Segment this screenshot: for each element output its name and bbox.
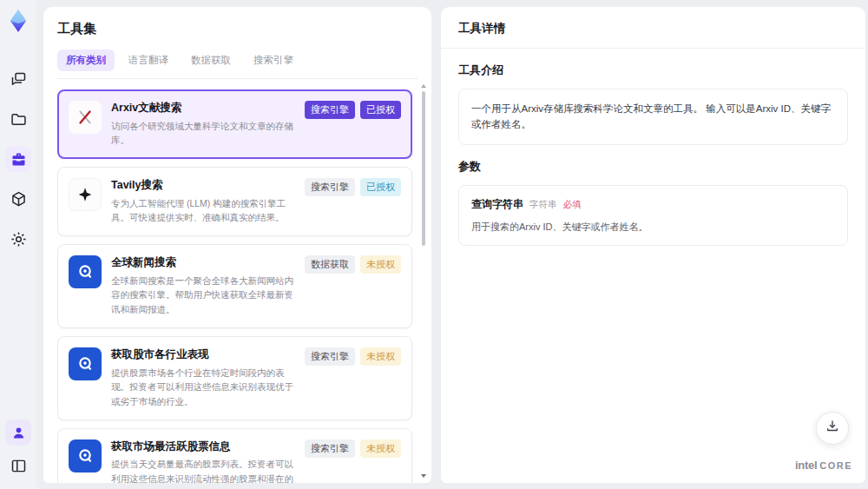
tab-language-translation[interactable]: 语言翻译 (120, 50, 177, 71)
download-icon (825, 419, 840, 438)
app-logo-icon (6, 9, 30, 33)
tool-list: Arxiv文献搜索 访问各个研究领域大量科学论文和文章的存储库。 搜索引擎 已授… (43, 84, 431, 483)
tool-detail-panel: 工具详情 工具介绍 一个用于从Arxiv存储库搜索科学论文和文章的工具。 输入可… (441, 7, 865, 483)
folder-icon (10, 110, 28, 129)
tool-card-global-news-search[interactable]: 全球新闻搜索 全球新闻搜索是一个聚合全球各大新闻网站内容的搜索引擎。帮助用户快速… (57, 244, 412, 328)
category-badge: 搜索引擎 (305, 178, 355, 196)
intro-heading: 工具介绍 (458, 63, 848, 78)
sidebar-item-settings[interactable] (5, 226, 31, 252)
download-button[interactable] (816, 412, 849, 445)
sidebar-item-files[interactable] (5, 106, 31, 132)
divider (441, 48, 865, 49)
tool-name: Arxiv文献搜索 (111, 101, 295, 116)
tool-card-tavily-search[interactable]: Tavily搜索 专为人工智能代理 (LLM) 构建的搜索引擎工具。可快速提供实… (57, 167, 412, 236)
arxiv-logo-icon (69, 101, 102, 134)
status-badge: 未授权 (360, 439, 401, 458)
tool-description: 专为人工智能代理 (LLM) 构建的搜索引擎工具。可快速提供实时、准确和真实的结… (111, 196, 295, 226)
param-box: 查询字符串 字符串 必填 用于搜索的Arxiv ID、关键字或作者姓名。 (458, 185, 848, 246)
tab-data-acquisition[interactable]: 数据获取 (182, 50, 240, 71)
chat-icon (10, 70, 28, 89)
param-description: 用于搜索的Arxiv ID、关键字或作者姓名。 (471, 221, 835, 234)
user-icon (10, 425, 27, 441)
status-badge: 已授权 (360, 178, 401, 196)
param-type: 字符串 (529, 199, 557, 211)
scrollbar-thumb[interactable] (422, 91, 425, 246)
scrollbar-up-arrow-icon[interactable] (421, 84, 426, 88)
param-required-badge: 必填 (563, 199, 582, 211)
blue-search-logo-icon (69, 347, 102, 380)
tool-description: 全球新闻搜索是一个聚合全球各大新闻网站内容的搜索引擎。帮助用户快速获取全球最新资… (111, 274, 295, 317)
tool-description: 提供股票市场各个行业在特定时间段内的表现。投资者可以利用这些信息来识别表现优于或… (111, 366, 295, 409)
category-badge: 搜索引擎 (305, 439, 355, 458)
sidebar-rail (0, 0, 36, 489)
intro-box: 一个用于从Arxiv存储库搜索科学论文和文章的工具。 输入可以是Arxiv ID… (458, 89, 848, 145)
sidebar-item-tools[interactable] (5, 146, 31, 172)
category-badge: 数据获取 (305, 255, 355, 274)
tool-name: 全球新闻搜索 (111, 255, 295, 271)
tab-all-categories[interactable]: 所有类别 (57, 50, 115, 71)
tool-name: 获取股市各行业表现 (111, 347, 295, 363)
tool-card-stock-sector-performance[interactable]: 获取股市各行业表现 提供股票市场各个行业在特定时间段内的表现。投资者可以利用这些… (57, 336, 412, 420)
status-badge: 未授权 (360, 347, 401, 366)
category-badge: 搜索引擎 (305, 347, 355, 366)
tool-card-arxiv-search[interactable]: Arxiv文献搜索 访问各个研究领域大量科学论文和文章的存储库。 搜索引擎 已授… (57, 89, 412, 159)
category-badge: 搜索引擎 (305, 101, 355, 119)
tool-name: 获取市场最活跃股票信息 (111, 439, 295, 455)
tool-name: Tavily搜索 (111, 178, 295, 194)
status-badge: 未授权 (360, 255, 401, 274)
brand-word-intel: intel (795, 459, 817, 472)
sidebar-item-account[interactable] (5, 420, 31, 446)
panel-toggle-icon (10, 457, 28, 475)
tab-search-engine[interactable]: 搜索引擎 (245, 50, 302, 71)
page-title: 工具集 (57, 21, 418, 37)
tool-card-most-active-stocks[interactable]: 获取市场最活跃股票信息 提供当天交易量最高的股票列表。投资者可以利用这些信息来识… (57, 428, 412, 483)
sparkle-logo-icon (69, 178, 102, 211)
cube-icon (10, 190, 28, 208)
blue-search-logo-icon (69, 439, 102, 472)
sidebar-item-chat[interactable] (5, 66, 31, 92)
tool-list-panel: 工具集 所有类别 语言翻译 数据获取 搜索引擎 Arxiv文献搜索 访问各个研究… (43, 7, 431, 483)
brand-word-core: CORE (819, 460, 852, 471)
detail-title: 工具详情 (458, 21, 848, 36)
tool-description: 访问各个研究领域大量科学论文和文章的存储库。 (111, 119, 295, 149)
blue-search-logo-icon (69, 255, 102, 288)
scrollbar-down-arrow-icon[interactable] (421, 474, 426, 478)
toolbox-icon (10, 150, 28, 169)
tool-description: 提供当天交易量最高的股票列表。投资者可以利用这些信息来识别流动性强的股票和潜在的… (111, 457, 295, 483)
sidebar-item-panel-toggle[interactable] (5, 453, 31, 479)
sidebar-item-models[interactable] (5, 186, 31, 212)
category-tabs: 所有类别 语言翻译 数据获取 搜索引擎 (57, 50, 418, 79)
gear-icon (10, 230, 28, 248)
param-name: 查询字符串 (471, 197, 523, 212)
params-heading: 参数 (458, 159, 848, 175)
intel-core-logo: intel CORE (795, 459, 852, 472)
intro-text: 一个用于从Arxiv存储库搜索科学论文和文章的工具。 输入可以是Arxiv ID… (471, 101, 835, 133)
status-badge: 已授权 (360, 101, 401, 119)
list-scrollbar (420, 84, 427, 478)
